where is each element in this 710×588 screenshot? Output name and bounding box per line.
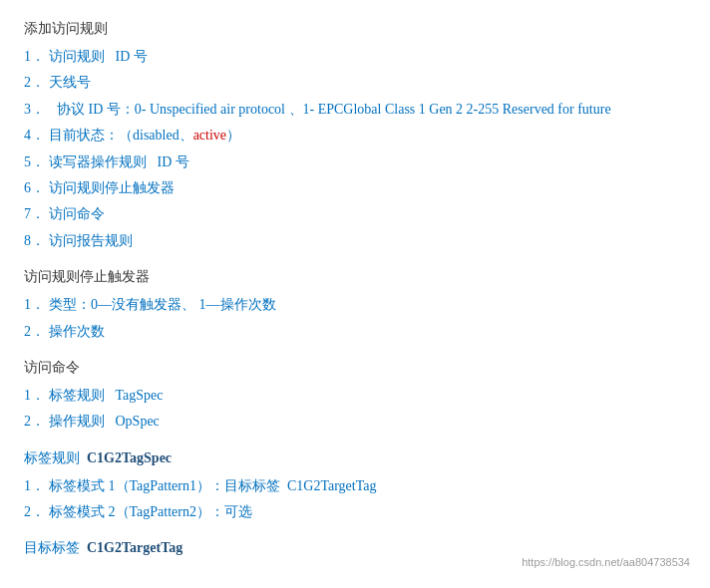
section-title-stop-trigger: 访问规则停止触发器 [24, 268, 686, 286]
list-detail-5: ID 号 [158, 154, 189, 169]
stop-trigger-content-2: 操作次数 [49, 321, 686, 343]
list-item-7: 7． 访问命令 [24, 203, 686, 225]
stop-trigger-detail-1: 0—没有触发器、 1—操作次数 [91, 297, 276, 312]
access-command-list: 1． 标签规则 TagSpec 2． 操作规则 OpSpec [24, 385, 686, 434]
list-num-1: 1． [24, 46, 45, 68]
tag-rule-num-2: 2． [24, 501, 45, 523]
section-title-tag-rule: 标签规则 C1G2TagSpec [24, 449, 686, 467]
access-command-detail-2: OpSpec [116, 414, 160, 429]
list-text-5: 读写器操作规则 [49, 154, 147, 169]
list-num-5: 5． [24, 151, 45, 173]
stop-trigger-text-1: 类型： [49, 297, 91, 312]
section-title-access-command: 访问命令 [24, 359, 686, 377]
access-command-content-2: 操作规则 OpSpec [49, 411, 686, 433]
add-rule-list: 1． 访问规则 ID 号 2． 天线号 3． 协议 ID 号：0- Unspec… [24, 46, 686, 252]
access-command-text-2: 操作规则 [49, 414, 105, 429]
list-item-8: 8． 访问报告规则 [24, 230, 686, 252]
list-content-8: 访问报告规则 [49, 230, 686, 252]
access-command-text-1: 标签规则 [49, 388, 105, 403]
tag-rule-text-1: 标签模式 1（TagPattern1）：目标标签 [49, 478, 280, 493]
tag-rule-list: 1． 标签模式 1（TagPattern1）：目标标签 C1G2TargetTa… [24, 475, 686, 524]
list-num-6: 6． [24, 177, 45, 199]
list-item-4: 4． 目前状态：（disabled、active） [24, 125, 686, 147]
list-num-4: 4． [24, 125, 45, 147]
add-access-rule-section: 添加访问规则 1． 访问规则 ID 号 2． 天线号 3． 协议 ID 号：0-… [24, 20, 686, 252]
list-text-4b: active [193, 128, 226, 143]
list-text-4c: ） [226, 128, 240, 143]
tag-rule-item-1: 1． 标签模式 1（TagPattern1）：目标标签 C1G2TargetTa… [24, 475, 686, 497]
tag-rule-detail-1: C1G2TargetTag [287, 478, 377, 493]
list-content-4: 目前状态：（disabled、active） [49, 125, 686, 147]
tag-rule-section: 标签规则 C1G2TagSpec 1． 标签模式 1（TagPattern1）：… [24, 449, 686, 524]
section-title-add-rule: 添加访问规则 [24, 20, 686, 38]
list-text-4a: 目前状态：（disabled、 [49, 128, 193, 143]
list-item-2: 2． 天线号 [24, 72, 686, 94]
list-item-1: 1． 访问规则 ID 号 [24, 46, 686, 68]
list-item-3: 3． 协议 ID 号：0- Unspecified air protocol 、… [24, 99, 686, 121]
target-tag-title-highlight: C1G2TargetTag [87, 540, 182, 555]
access-command-num-1: 1． [24, 385, 45, 407]
target-tag-section: 目标标签 C1G2TargetTag [24, 539, 686, 557]
access-command-section: 访问命令 1． 标签规则 TagSpec 2． 操作规则 OpSpec [24, 359, 686, 434]
access-command-content-1: 标签规则 TagSpec [49, 385, 686, 407]
list-num-3: 3． [24, 99, 45, 121]
list-detail-1: ID 号 [116, 49, 148, 64]
list-detail-3: 0- Unspecified air protocol 、1- EPCGloba… [135, 102, 611, 117]
tag-rule-num-1: 1． [24, 475, 45, 497]
list-content-3: 协议 ID 号：0- Unspecified air protocol 、1- … [49, 99, 686, 121]
list-content-1: 访问规则 ID 号 [49, 46, 686, 68]
tag-rule-content-1: 标签模式 1（TagPattern1）：目标标签 C1G2TargetTag [49, 475, 686, 497]
tag-rule-item-2: 2． 标签模式 2（TagPattern2）：可选 [24, 501, 686, 523]
list-num-7: 7． [24, 203, 45, 225]
access-command-item-1: 1． 标签规则 TagSpec [24, 385, 686, 407]
list-content-6: 访问规则停止触发器 [49, 177, 686, 199]
tag-rule-title-highlight: C1G2TagSpec [87, 450, 172, 465]
stop-trigger-section: 访问规则停止触发器 1． 类型：0—没有触发器、 1—操作次数 2． 操作次数 [24, 268, 686, 343]
list-text-3: 协议 ID 号： [57, 102, 135, 117]
list-num-8: 8． [24, 230, 45, 252]
list-item-5: 5． 读写器操作规则 ID 号 [24, 151, 686, 173]
stop-trigger-item-1: 1． 类型：0—没有触发器、 1—操作次数 [24, 294, 686, 316]
list-item-6: 6． 访问规则停止触发器 [24, 177, 686, 199]
list-content-5: 读写器操作规则 ID 号 [49, 151, 686, 173]
access-command-detail-1: TagSpec [116, 388, 164, 403]
access-command-item-2: 2． 操作规则 OpSpec [24, 411, 686, 433]
list-content-2: 天线号 [49, 72, 686, 94]
stop-trigger-item-2: 2． 操作次数 [24, 321, 686, 343]
tag-rule-content-2: 标签模式 2（TagPattern2）：可选 [49, 501, 686, 523]
tag-rule-title-text: 标签规则 [24, 450, 80, 465]
stop-trigger-content-1: 类型：0—没有触发器、 1—操作次数 [49, 294, 686, 316]
access-command-num-2: 2． [24, 411, 45, 433]
stop-trigger-list: 1． 类型：0—没有触发器、 1—操作次数 2． 操作次数 [24, 294, 686, 343]
list-num-2: 2． [24, 72, 45, 94]
list-text-1: 访问规则 [49, 49, 105, 64]
list-content-7: 访问命令 [49, 203, 686, 225]
target-tag-title-text: 目标标签 [24, 540, 80, 555]
watermark: https://blog.csdn.net/aa804738534 [522, 556, 690, 568]
stop-trigger-num-2: 2． [24, 321, 45, 343]
section-title-target-tag: 目标标签 C1G2TargetTag [24, 539, 686, 557]
stop-trigger-num-1: 1． [24, 294, 45, 316]
